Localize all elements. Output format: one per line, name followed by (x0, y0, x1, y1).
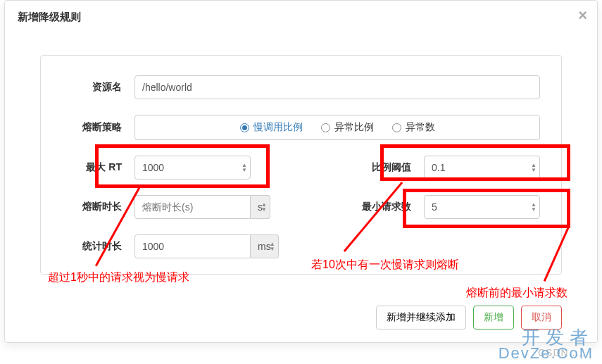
input-break-duration[interactable] (134, 195, 251, 219)
radio-icon (321, 123, 330, 132)
radio-icon (240, 123, 249, 132)
radio-group-strategy: 慢调用比例 异常比例 异常数 (134, 115, 540, 140)
annotation-slow-request: 超过1秒中的请求视为慢请求 (48, 270, 189, 285)
radio-label-slow: 慢调用比例 (253, 121, 303, 134)
wrap-stat-duration: ▲▼ ms (134, 234, 279, 258)
label-strategy: 熔断策略 (62, 121, 122, 134)
radio-slow-call[interactable]: 慢调用比例 (240, 121, 303, 134)
label-break-duration: 熔断时长 (62, 201, 122, 213)
label-stat-duration: 统计时长 (62, 240, 122, 253)
input-resource[interactable] (134, 75, 540, 99)
add-and-continue-button[interactable]: 新增并继续添加 (376, 306, 466, 330)
wrap-ratio: ▲▼ (424, 156, 540, 180)
radio-label-err-ratio: 异常比例 (334, 121, 374, 134)
col-break-duration: 熔断时长 ▲▼ s (62, 195, 301, 219)
annotation-min-req: 熔断前的最小请求数 (466, 286, 567, 301)
modal-header: 新增降级规则 × (5, 1, 597, 34)
add-button[interactable]: 新增 (473, 306, 514, 330)
wrap-break-duration: ▲▼ s (134, 195, 270, 219)
label-ratio: 比例阈值 (372, 161, 411, 174)
dev-watermark-2: DevZe.CoM (498, 344, 594, 363)
wrap-min-requests: ▲▼ (424, 195, 540, 219)
unit-s: s (251, 195, 270, 219)
row-strategy: 熔断策略 慢调用比例 异常比例 异常数 (62, 115, 540, 140)
col-stat-duration: 统计时长 ▲▼ ms (62, 234, 540, 258)
label-max-rt: 最大 RT (62, 161, 122, 174)
form-panel: 资源名 熔断策略 慢调用比例 异常比例 异常 (40, 55, 562, 275)
wrap-max-rt: ▲▼ (134, 156, 251, 180)
modal-body: 资源名 熔断策略 慢调用比例 异常比例 异常 (5, 34, 597, 282)
close-icon[interactable]: × (578, 8, 587, 23)
unit-ms: ms (251, 234, 279, 258)
label-resource: 资源名 (62, 81, 122, 94)
radio-error-count[interactable]: 异常数 (392, 121, 435, 134)
input-min-requests[interactable] (424, 195, 540, 219)
modal-title: 新增降级规则 (18, 11, 81, 23)
row-resource: 资源名 (62, 75, 540, 99)
row-stat-duration: 统计时长 ▲▼ ms (62, 234, 540, 258)
input-max-rt[interactable] (134, 156, 251, 180)
input-ratio[interactable] (424, 156, 540, 180)
col-min-requests: 最小请求数 ▲▼ (301, 195, 541, 219)
annotation-trigger: 若10次中有一次慢请求则熔断 (311, 258, 459, 272)
radio-label-err-count: 异常数 (406, 121, 435, 134)
col-ratio: 比例阈值 ▲▼ (301, 156, 541, 180)
col-max-rt: 最大 RT ▲▼ (62, 156, 301, 180)
radio-icon (392, 123, 401, 132)
radio-error-ratio[interactable]: 异常比例 (321, 121, 374, 134)
row-rt-ratio: 最大 RT ▲▼ 比例阈值 ▲▼ (62, 156, 540, 180)
input-stat-duration[interactable] (134, 234, 251, 258)
